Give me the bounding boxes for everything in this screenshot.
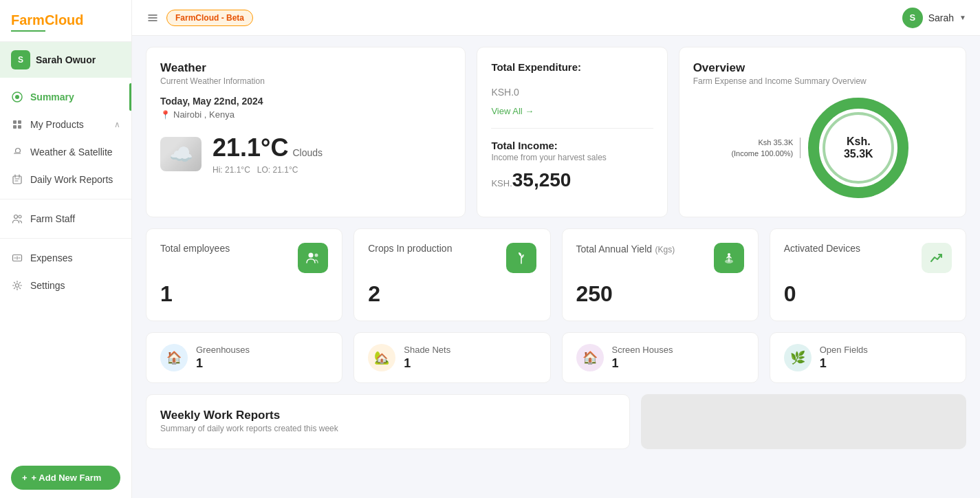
add-new-farm-button[interactable]: + + Add New Farm: [11, 466, 120, 490]
stat-card-yield: Total Annual Yield (Kgs) 250: [562, 228, 759, 321]
sidebar: FarmCloud S Sarah Owuor Summary My Produ…: [0, 0, 132, 498]
svg-rect-4: [13, 125, 17, 129]
sidebar-item-settings[interactable]: Settings: [0, 272, 131, 299]
screen-label: Screen Houses: [612, 345, 673, 355]
weather-title: Weather: [160, 61, 451, 75]
weather-temp-value: 21.1: [213, 133, 261, 162]
stat-value-employees: 1: [160, 281, 328, 307]
svg-point-11: [16, 284, 19, 288]
weather-lo: LO: 21.1°C: [257, 165, 298, 175]
donut-connector-line: [800, 138, 801, 158]
weather-card: Weather Current Weather Information Toda…: [146, 47, 466, 217]
sidebar-item-label-expenses: Expenses: [30, 252, 72, 263]
svg-point-18: [728, 253, 730, 256]
stat-card-employees: Total employees 1: [146, 228, 342, 321]
sidebar-username: Sarah Owuor: [36, 54, 96, 65]
weather-condition-icon: ☁️: [160, 137, 202, 171]
overview-chart-area: Ksh 35.3K (Income 100.00%): [693, 93, 952, 203]
svg-rect-5: [18, 125, 21, 129]
donut-left-label: Ksh 35.3K (Income 100.00%): [731, 137, 793, 160]
yield-stat-icon: [714, 243, 744, 273]
overview-title: Overview: [693, 61, 952, 75]
sidebar-item-daily[interactable]: Daily Work Reports: [0, 166, 131, 193]
location-card-open: 🌿 Open Fields 1: [770, 332, 966, 383]
weekly-chart-placeholder: [641, 394, 966, 449]
sidebar-item-label-settings: Settings: [30, 280, 65, 291]
stat-label-employees: Total employees: [160, 243, 230, 254]
stat-card-crops: Crops In production 2: [353, 228, 550, 321]
location-pin-icon: 📍: [160, 110, 171, 120]
expenditure-amount: KSH.0: [491, 78, 653, 100]
topbar: FarmCloud - Beta S Sarah ▼: [132, 0, 980, 36]
weather-temperature: 21.1°C: [213, 133, 288, 162]
sidebar-item-label-summary: Summary: [30, 91, 74, 102]
open-value: 1: [820, 356, 868, 371]
add-farm-label: + Add New Farm: [32, 473, 102, 483]
topbar-avatar: S: [902, 8, 923, 28]
greenhouse-value: 1: [196, 356, 250, 371]
sidebar-item-expenses[interactable]: Expenses: [0, 244, 131, 272]
donut-label-area: Ksh 35.3K (Income 100.00%): [731, 137, 793, 160]
devices-stat-icon: [922, 243, 952, 273]
stat-value-devices: 0: [784, 281, 952, 307]
stat-card-employees-header: Total employees: [160, 243, 328, 273]
income-label: Total Income:: [491, 140, 653, 151]
open-info: Open Fields 1: [820, 345, 868, 371]
farmstaff-icon: [11, 213, 23, 225]
shade-icon: 🏡: [368, 344, 395, 371]
logo-underline: [11, 30, 45, 32]
sidebar-divider-2: [0, 238, 131, 239]
stat-label-yield-unit: (Kgs): [655, 245, 675, 255]
stat-card-devices-header: Activated Devices: [784, 243, 952, 273]
svg-point-14: [824, 113, 893, 182]
weather-icon: [11, 146, 23, 158]
sidebar-collapse-button[interactable]: [146, 11, 160, 25]
stat-label-yield-group: Total Annual Yield (Kgs): [576, 243, 675, 255]
income-prefix: KSH.: [491, 178, 512, 188]
sidebar-item-summary[interactable]: Summary: [0, 83, 131, 111]
view-all-link[interactable]: View All →: [491, 106, 534, 116]
svg-rect-7: [13, 176, 21, 184]
summary-icon: [11, 91, 23, 103]
stat-card-yield-header: Total Annual Yield (Kgs): [576, 243, 744, 273]
sidebar-item-label-farmstaff: Farm Staff: [30, 213, 75, 224]
expenditure-prefix: KSH.: [491, 87, 514, 98]
overview-subtitle: Farm Expense and Income Summary Overview: [693, 76, 952, 86]
screen-value: 1: [612, 356, 673, 371]
products-icon: [11, 118, 23, 131]
svg-point-8: [14, 215, 18, 219]
greenhouse-info: Greenhouses 1: [196, 345, 250, 371]
sidebar-user[interactable]: S Sarah Owuor: [0, 42, 131, 78]
open-label: Open Fields: [820, 345, 868, 355]
settings-icon: [11, 279, 23, 292]
svg-point-9: [19, 215, 21, 218]
svg-point-16: [315, 254, 318, 257]
sidebar-nav: Summary My Products ∧ Weather & Satellit…: [0, 78, 131, 457]
sidebar-item-weather[interactable]: Weather & Satellite: [0, 138, 131, 166]
employees-stat-icon: [298, 243, 328, 273]
stat-card-crops-header: Crops In production: [368, 243, 536, 273]
main-content: FarmCloud - Beta S Sarah ▼ Weather Curre…: [132, 0, 980, 498]
shade-label: Shade Nets: [404, 345, 450, 355]
open-icon: 🌿: [784, 344, 812, 371]
svg-point-15: [309, 253, 314, 258]
shade-value: 1: [404, 356, 450, 371]
products-expand-icon: ∧: [114, 120, 120, 129]
sidebar-item-label-daily: Daily Work Reports: [30, 174, 113, 185]
screen-icon: 🏠: [576, 344, 604, 371]
weather-main: ☁️ 21.1°C Clouds Hi: 21.1°C LO: 21.1°C: [160, 133, 451, 175]
stat-label-crops: Crops In production: [368, 243, 452, 254]
sidebar-item-farmstaff[interactable]: Farm Staff: [0, 205, 131, 232]
weather-condition-text: Clouds: [292, 147, 323, 158]
expenditure-section: Total Expenditure: KSH.0 View All →: [491, 61, 653, 129]
daily-icon: [11, 173, 23, 186]
weather-hi-lo: Hi: 21.1°C LO: 21.1°C: [213, 165, 323, 175]
stat-card-devices: Activated Devices 0: [770, 228, 966, 321]
sidebar-item-products[interactable]: My Products ∧: [0, 111, 131, 138]
svg-point-13: [814, 103, 903, 193]
weekly-title: Weekly Work Reports: [160, 409, 616, 422]
location-cards-row: 🏠 Greenhouses 1 🏡 Shade Nets 1 🏠 Screen …: [146, 332, 966, 383]
income-value: 35,250: [512, 169, 571, 191]
topbar-user[interactable]: S Sarah ▼: [902, 8, 966, 28]
topbar-username: Sarah: [928, 12, 954, 23]
